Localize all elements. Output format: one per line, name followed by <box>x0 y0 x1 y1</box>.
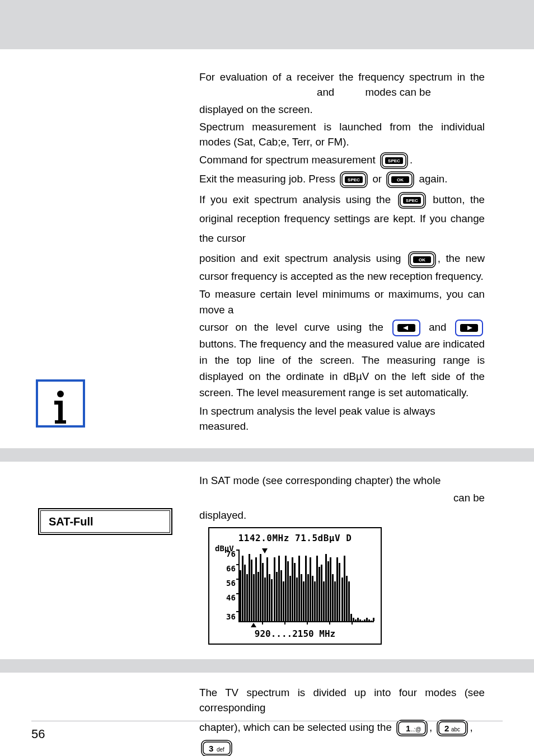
t: . <box>410 154 413 166</box>
t: To measure certain level minimums or max… <box>199 287 485 317</box>
spectrum-chart: 1142.0MHz 71.5dBµV D dBµV 76 66 56 46 36 <box>208 527 382 645</box>
ok-button-icon: OK <box>408 251 436 268</box>
chart-bar <box>339 563 340 621</box>
chart-y-tick: 36 <box>226 611 236 622</box>
chart-y-tick: 56 <box>226 577 236 589</box>
t: displayed on the screen. <box>199 102 485 117</box>
para-cmd: Command for spectrum measurement SPEC. <box>199 152 485 169</box>
spec-button-icon: SPEC <box>398 192 426 209</box>
chart-bar <box>271 579 273 621</box>
chart-bar <box>307 574 309 622</box>
chart-title: 1142.0MHz 71.5dBµV D <box>209 532 381 544</box>
chart-bar <box>253 574 255 622</box>
t: , <box>470 721 472 733</box>
svg-text:..:@: ..:@ <box>411 726 421 732</box>
chart-bar <box>353 618 354 622</box>
chart-y-tick: 76 <box>226 548 236 560</box>
chart-bar <box>246 574 248 622</box>
keypad-2-icon: 2abc <box>437 720 468 736</box>
t: modes can be <box>337 86 430 98</box>
chart-bar <box>341 577 343 621</box>
chart-bar <box>318 567 320 622</box>
footer-divider <box>31 721 503 721</box>
chart-bar <box>364 619 366 621</box>
t: position and exit spectrum analysis usin… <box>199 252 401 264</box>
chart-y-tick: 46 <box>226 592 236 603</box>
chart-bar <box>278 556 280 621</box>
chart-bar <box>294 563 296 621</box>
chart-marker-icon <box>251 623 256 627</box>
chart-bar <box>366 618 368 622</box>
chart-bar <box>260 554 261 621</box>
chart-bar <box>312 576 313 621</box>
chart-bar <box>314 581 316 622</box>
chart-bar <box>357 618 359 622</box>
t: can be <box>199 490 485 505</box>
chart-bar <box>334 581 336 622</box>
svg-text:def: def <box>217 746 224 753</box>
t: and <box>199 86 334 98</box>
chart-bar <box>321 565 322 621</box>
t: Spectrum measurement is launched from th… <box>199 119 485 149</box>
chart-bar <box>257 572 259 621</box>
sat-full-label: SAT-Full <box>49 515 93 528</box>
t: cursor on the level curve using the <box>199 321 383 333</box>
svg-text:SPEC: SPEC <box>348 177 360 182</box>
t: , <box>429 721 432 733</box>
chart-bar <box>285 556 287 621</box>
chart-y-tick: 66 <box>226 563 236 574</box>
chart-bar <box>301 574 302 622</box>
t: The TV spectrum is divided up into four … <box>199 685 485 715</box>
t: buttons. The frequency and the measured … <box>199 338 485 398</box>
para-exit-ok: position and exit spectrum analysis usin… <box>199 250 485 284</box>
section-divider <box>0 448 534 462</box>
t: or <box>372 173 382 185</box>
chart-bar <box>292 557 293 621</box>
keypad-1-icon: 1..:@ <box>396 720 428 736</box>
header-bar <box>0 0 534 49</box>
svg-text:SPEC: SPEC <box>388 158 400 163</box>
chart-bar <box>323 581 325 622</box>
svg-text:OK: OK <box>397 177 404 182</box>
para-exit: Exit the measuring job. Press SPEC or OK… <box>199 171 485 188</box>
para-number-keys: chapter), which can be selected using th… <box>199 717 485 756</box>
chart-bar <box>350 614 352 621</box>
chart-bar <box>368 619 370 621</box>
chart-bar <box>276 572 278 621</box>
t: For evaluation of a receiver the frequen… <box>199 71 485 83</box>
chart-bar <box>249 554 250 621</box>
chart-bar <box>348 581 350 622</box>
chart-bar <box>242 556 243 621</box>
chart-bar <box>359 619 361 621</box>
chart-bar <box>240 570 241 621</box>
chart-bar <box>287 561 289 621</box>
svg-text:1: 1 <box>406 724 410 733</box>
keypad-3-icon: 3def <box>201 740 232 756</box>
chart-bar <box>325 554 327 621</box>
chart-bar <box>262 563 264 621</box>
t: again. <box>419 173 448 185</box>
para-exit-spec: If you exit spectrum analysis using the … <box>199 190 485 248</box>
section-divider <box>0 659 534 673</box>
para-cursor: cursor on the level curve using the and … <box>199 320 485 401</box>
chart-x-label: 920....2150 MHz <box>209 627 381 640</box>
chart-bar <box>303 581 305 622</box>
t: and <box>429 321 446 333</box>
chart-bar <box>371 621 372 621</box>
chart-bar <box>289 576 291 621</box>
chart-bar <box>373 618 374 622</box>
info-icon <box>36 379 85 428</box>
chart-bar <box>244 565 246 621</box>
spec-button-icon: SPEC <box>380 152 408 169</box>
t: displayed. <box>199 508 485 523</box>
chart-bar <box>310 557 311 621</box>
chart-bar <box>283 581 284 622</box>
chart-bar <box>332 574 334 622</box>
chart-bar <box>264 577 266 621</box>
chart-bar <box>296 577 298 621</box>
chart-bar <box>362 621 363 621</box>
chart-bar <box>355 619 357 621</box>
chart-bar <box>251 560 252 622</box>
chart-bar <box>336 557 338 621</box>
svg-text:OK: OK <box>419 257 425 262</box>
